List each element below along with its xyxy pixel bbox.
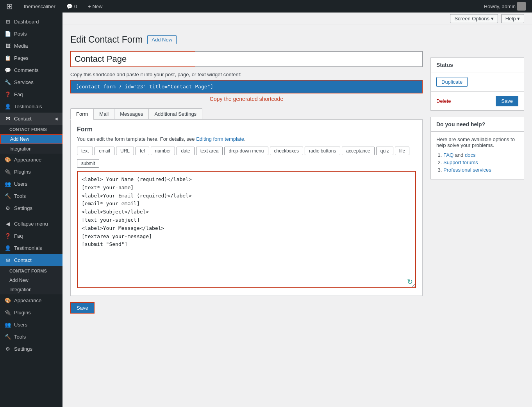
- duplicate-button[interactable]: Duplicate: [436, 77, 468, 87]
- add-new-button[interactable]: Add New: [147, 35, 177, 44]
- howdy-item[interactable]: Howdy, admin: [481, 0, 529, 13]
- sidebar-item-users[interactable]: 👥 Users: [0, 178, 62, 190]
- form-title-right-input[interactable]: [195, 51, 423, 67]
- sidebar-item-plugins[interactable]: 🔌 Plugins: [0, 166, 62, 178]
- site-name-item[interactable]: themescaliber: [21, 0, 59, 13]
- tab-messages[interactable]: Messages: [114, 108, 149, 120]
- shortcode-bar: [contact-form-7 id="23" title="Contact P…: [70, 80, 423, 93]
- sidebar-item-appearance2[interactable]: 🎨 Appearance: [0, 294, 62, 307]
- tag-btn-date[interactable]: date: [177, 147, 194, 155]
- sidebar-item-label: Settings: [14, 346, 32, 352]
- sidebar-item-label: Testimonials: [14, 245, 42, 251]
- settings-icon: ⚙: [5, 205, 11, 211]
- tag-btn-text[interactable]: text: [77, 147, 93, 155]
- sidebar-item-dashboard[interactable]: ⊞ Dashboard: [0, 16, 62, 28]
- sidebar-item-users2[interactable]: 👥 Users: [0, 319, 62, 331]
- sidebar-item-testimonials[interactable]: 👤 Testimonials: [0, 100, 62, 113]
- editor-wrap: <label> Your Name (required)</label> [te…: [77, 171, 416, 289]
- contact-submenu: Contact Forms Add New Integration: [0, 125, 62, 154]
- list-item: FAQ and docs: [443, 152, 518, 158]
- faq-link[interactable]: FAQ: [443, 152, 453, 158]
- tag-btn-radio[interactable]: radio buttons: [305, 147, 340, 155]
- sidebar-item-plugins2[interactable]: 🔌 Plugins: [0, 307, 62, 319]
- media-icon: 🖼: [5, 43, 11, 49]
- contact-forms-label2: Contact Forms: [0, 266, 62, 276]
- tag-btn-number[interactable]: number: [151, 147, 175, 155]
- docs-link[interactable]: docs: [465, 152, 475, 158]
- chevron-right-icon: ◀: [55, 117, 58, 121]
- sidebar-item-contact2[interactable]: ✉ Contact: [0, 254, 62, 266]
- support-forums-link[interactable]: Support forums: [443, 160, 478, 165]
- tag-btn-quiz[interactable]: quiz: [376, 147, 393, 155]
- sidebar-item-settings[interactable]: ⚙ Settings: [0, 202, 62, 214]
- refresh-icon[interactable]: ↻: [407, 278, 413, 286]
- tag-buttons: text email URL tel number date text area…: [77, 147, 416, 155]
- content-layout: Copy this shortcode and paste it into yo…: [70, 51, 524, 321]
- form-editor-textarea[interactable]: <label> Your Name (required)</label> [te…: [77, 171, 416, 288]
- help-postbox-title: Do you need help?: [431, 117, 524, 132]
- list-item: Professional services: [443, 167, 518, 173]
- tag-btn-url[interactable]: URL: [116, 147, 134, 155]
- tab-form[interactable]: Form: [70, 108, 94, 120]
- status-postbox-actions: Delete Save: [431, 91, 524, 110]
- submenu-add-new2[interactable]: Add New: [0, 276, 62, 285]
- sidebar-item-label: Tools: [14, 334, 26, 340]
- save-button[interactable]: Save: [496, 96, 518, 106]
- cf7-tabs: Form Mail Messages Additional Settings: [70, 108, 423, 120]
- sidebar-item-contact[interactable]: ✉ Contact ◀: [0, 113, 62, 125]
- main-content: Screen Options ▾ Help ▾ Edit Contact For…: [62, 13, 532, 407]
- form-title-input[interactable]: [70, 51, 195, 67]
- sidebar-item-media[interactable]: 🖼 Media: [0, 40, 62, 52]
- sidebar-item-appearance[interactable]: 🎨 Appearance: [0, 154, 62, 166]
- sidebar-item-settings2[interactable]: ⚙ Settings: [0, 343, 62, 355]
- form-panel-desc: You can edit the form template here. For…: [77, 136, 416, 142]
- sidebar-item-faq[interactable]: ❓ Faq: [0, 88, 62, 100]
- sidebar-item-pages[interactable]: 📋 Pages: [0, 52, 62, 64]
- wp-logo-item[interactable]: ⊞: [3, 0, 16, 13]
- submenu-integration[interactable]: Integration: [0, 144, 62, 154]
- status-postbox: Status Duplicate Delete Save: [430, 57, 524, 111]
- sidebar-item-comments[interactable]: 💬 Comments: [0, 64, 62, 76]
- help-button[interactable]: Help ▾: [501, 14, 524, 23]
- sidebar-item-posts[interactable]: 📄 Posts: [0, 28, 62, 40]
- tag-btn-dropdown[interactable]: drop-down menu: [224, 147, 268, 155]
- sidebar-item-tools2[interactable]: 🔨 Tools: [0, 331, 62, 343]
- panel-desc-text: You can edit the form template here. For…: [77, 136, 195, 142]
- tab-additional-settings[interactable]: Additional Settings: [148, 108, 202, 120]
- page-wrap: Edit Contact Form Add New Copy this shor…: [62, 25, 532, 328]
- postbox-container: Status Duplicate Delete Save Do you need…: [423, 51, 524, 186]
- sidebar-item-label: Faq: [14, 233, 23, 239]
- posts-icon: 📄: [5, 31, 11, 37]
- tab-mail[interactable]: Mail: [93, 108, 114, 120]
- plugins-icon: 🔌: [5, 169, 11, 175]
- tag-btn-file[interactable]: file: [395, 147, 409, 155]
- submenu-add-new[interactable]: Add New: [0, 134, 62, 144]
- comments-item[interactable]: 💬 0: [63, 0, 80, 13]
- submenu-integration2[interactable]: Integration: [0, 285, 62, 294]
- sidebar-item-label: Plugins: [14, 310, 31, 316]
- sidebar-item-collapse[interactable]: ◀ Collapse menu: [0, 218, 62, 230]
- sidebar-item-services[interactable]: 🔧 Services: [0, 76, 62, 88]
- bottom-save-area: Save: [70, 302, 423, 321]
- screen-options-bar: Screen Options ▾ Help ▾: [62, 13, 532, 25]
- screen-options-button[interactable]: Screen Options ▾: [450, 14, 498, 23]
- shortcode-text: [contact-form-7 id="23" title="Contact P…: [76, 84, 213, 90]
- help-list: FAQ and docs Support forums Professional…: [436, 152, 518, 173]
- tag-btn-submit[interactable]: submit: [77, 159, 99, 168]
- sidebar-item-faq2[interactable]: ❓ Faq: [0, 230, 62, 242]
- delete-link[interactable]: Delete: [436, 98, 451, 104]
- tag-btn-acceptance[interactable]: acceptance: [342, 147, 374, 155]
- tag-btn-checkboxes[interactable]: checkboxes: [270, 147, 303, 155]
- sidebar-item-tools[interactable]: 🔨 Tools: [0, 190, 62, 202]
- admin-menu: ⊞ Dashboard 📄 Posts 🖼 Media 📋 Pages 💬 Co…: [0, 13, 62, 407]
- new-item[interactable]: + New: [85, 0, 105, 13]
- professional-services-link[interactable]: Professional services: [443, 167, 491, 173]
- tag-btn-email[interactable]: email: [95, 147, 114, 155]
- bottom-save-button[interactable]: Save: [70, 302, 95, 314]
- editing-template-link[interactable]: Editing form template: [196, 136, 244, 142]
- tag-btn-textarea[interactable]: text area: [196, 147, 223, 155]
- sidebar-item-label: Settings: [14, 205, 32, 211]
- tag-btn-tel[interactable]: tel: [136, 147, 149, 155]
- sidebar-item-testimonials2[interactable]: 👤 Testimonials: [0, 242, 62, 254]
- appearance2-icon: 🎨: [5, 298, 11, 303]
